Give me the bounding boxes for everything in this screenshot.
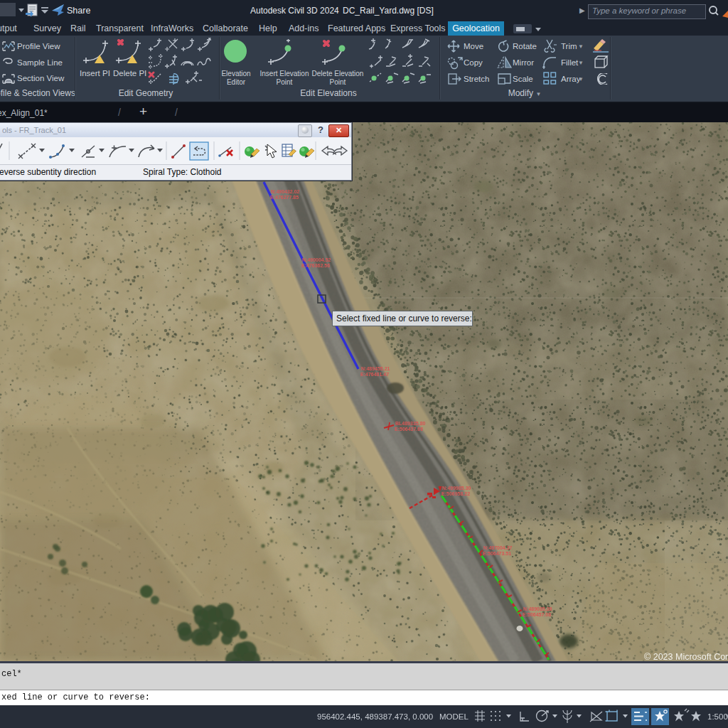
svg-text:© 2023 Microsoft Corpor: © 2023 Microsoft Corpor [644,652,728,661]
